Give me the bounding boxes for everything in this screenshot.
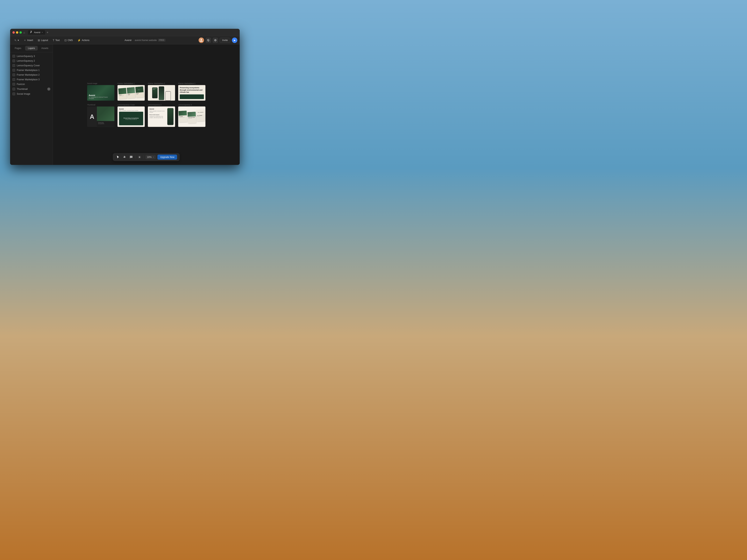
layer-icon [12, 83, 15, 85]
tab-area: Avenir × + [28, 30, 49, 35]
frame-preview-mp2[interactable] [148, 85, 175, 101]
layout-button[interactable]: ⊞ Layout [36, 38, 50, 43]
phone-1 [152, 87, 158, 98]
zoom-value: 18% [147, 156, 152, 158]
mp-card-image [127, 87, 135, 94]
tab-pages[interactable]: Pages [12, 46, 24, 51]
phone-2 [159, 86, 164, 100]
frame-preview-ls2[interactable]: Avenir Highly adaptable minimalist Frame… [148, 107, 175, 127]
plus-icon: ＋ [24, 38, 26, 42]
mp-card-image [118, 88, 126, 94]
play-button[interactable]: ▶ [232, 37, 237, 43]
sidebar-item-favicon[interactable]: Favicon [10, 82, 53, 86]
ls3-card-img [178, 110, 187, 115]
insert-label: Insert [27, 39, 33, 42]
upgrade-now-button[interactable]: Upgrade Now [157, 155, 177, 160]
ls3-card-text: Our company About us [197, 114, 205, 117]
ls-sub-text: Highly adaptable minimalist Framer templ… [119, 110, 138, 111]
frame-marketplace3: Framer Marketplace 3 Preserving ecosyste… [178, 82, 205, 101]
frame-label-mp3: Framer Marketplace 3 [178, 82, 205, 84]
phone-screen-1 [152, 88, 157, 98]
actions-button[interactable]: ⚡ Actions [76, 38, 91, 43]
frame-preview-ls3[interactable]: The page Glad that is kicked in Real-wor… [178, 107, 205, 127]
toolbar-divider [135, 155, 135, 159]
select-tool-icon[interactable] [115, 155, 121, 160]
ls2-news-text: Landmark US climate law is too complex, … [149, 116, 166, 118]
sidebar-item-lemonsqueezy2[interactable]: LemonSqueezy 2 [10, 58, 53, 63]
framer-tab-icon [30, 31, 33, 34]
ls3-card-2: Real-world impact to be complex [187, 112, 196, 123]
toolbar-divider-2 [144, 155, 144, 159]
sidebar-item-lemonsqueezy-cover[interactable]: LemonSqueezy Cover [10, 63, 53, 68]
insert-button[interactable]: ＋ Insert [22, 37, 35, 43]
sun-icon[interactable] [137, 155, 142, 160]
frame-preview-social[interactable]: Avenir An adaptable & minimal Framer tem… [87, 85, 114, 101]
text-label: Text [55, 39, 60, 42]
frame-label-ls2: LemonSqueezy 2 [148, 104, 175, 106]
home-icon[interactable]: ⌂ [23, 31, 25, 34]
frame-ls3: LemonSqueezy 3 The page Glad that is kic… [178, 104, 205, 127]
sidebar-item-framer-marketplace2[interactable]: Framer Marketplace 2 [10, 73, 53, 77]
ls2-phone-screen [168, 108, 173, 125]
svg-point-0 [139, 157, 140, 158]
hand-tool-icon[interactable] [122, 155, 127, 160]
mp3-bottom-bar [180, 95, 204, 99]
ls3-card-text: Real-world impact to be complex [188, 116, 196, 119]
mp3-title: Preserving ecosystems through environmen… [180, 87, 204, 94]
title-separator: · [133, 39, 134, 42]
sidebar-item-label: Thumbnail [17, 88, 46, 90]
sidebar-item-framer-marketplace3[interactable]: Framer Marketplace 3 [10, 77, 53, 82]
avatar[interactable] [199, 37, 204, 43]
text-button[interactable]: T Text [51, 38, 62, 43]
frame-preview-mp1[interactable]: Avenir Framer Template Avenir Crafted [118, 85, 145, 101]
active-tab[interactable]: Avenir × [28, 30, 45, 35]
frame-social-image: Social Image Avenir An adaptable & minim… [87, 82, 114, 101]
bottom-toolbar: 18% Upgrade Now [113, 153, 180, 161]
ls3-card-3: Our company Our company About us [196, 110, 205, 121]
comment-tool-icon[interactable] [129, 155, 134, 160]
settings-icon-button[interactable] [213, 37, 218, 43]
mp-card-text: Report Impact [136, 92, 144, 95]
layer-icon [12, 64, 15, 67]
frame-preview-ls-cover[interactable]: Avenir Highly adaptable minimalist Frame… [118, 107, 145, 127]
sidebar-item-label: LemonSqueezy 2 [17, 59, 50, 62]
globe-icon-button[interactable] [206, 37, 211, 43]
new-tab-button[interactable]: + [46, 30, 49, 34]
cms-icon: ⊡ [65, 39, 67, 42]
tab-assets[interactable]: Assets [38, 46, 51, 51]
sidebar-item-thumbnail[interactable]: Thumbnail ! [10, 86, 53, 91]
cms-label: CMS [68, 39, 73, 42]
sidebar-item-framer-marketplace1[interactable]: Framer Marketplace 1 [10, 68, 53, 73]
zoom-control[interactable]: 18% [145, 155, 156, 159]
maximize-button[interactable] [20, 31, 22, 34]
project-name: Avenir [125, 39, 132, 42]
mp-card-image: Our c... [135, 86, 144, 93]
ls3-card-1: The page Glad that is kicked in [178, 110, 187, 122]
free-badge: FREE [158, 39, 165, 42]
canvas-area[interactable]: Social Image Avenir An adaptable & minim… [53, 44, 240, 165]
ls2-phone [167, 108, 174, 125]
sidebar: Pages Layers Assets LemonSqueezy 3 Lemon… [10, 44, 53, 165]
mp-card-3: Our c... Report Impact [135, 86, 144, 98]
sidebar-item-lemonsqueezy3[interactable]: LemonSqueezy 3 [10, 54, 53, 58]
cms-button[interactable]: ⊡ CMS [62, 38, 75, 43]
layout-label: Layout [41, 39, 48, 42]
close-button[interactable] [12, 31, 15, 34]
tab-close-button[interactable]: × [42, 31, 43, 33]
frame-preview-mp3[interactable]: Preserving ecosystems through environmen… [178, 85, 205, 101]
sidebar-tabs: Pages Layers Assets [10, 44, 53, 52]
cursor-tool-button[interactable]: ↖ ▾ [12, 38, 21, 43]
sidebar-item-label: LemonSqueezy Cover [17, 64, 50, 67]
toolbar-right: Invite ▶ [199, 37, 237, 43]
layer-icon [12, 78, 15, 81]
actions-icon: ⚡ [77, 39, 81, 42]
invite-button[interactable]: Invite [220, 38, 230, 43]
ls2-sub: Highly adaptable minimalist Framer templ… [149, 110, 166, 113]
frame-ls-cover: LemonSqueezy Cover Avenir Highly adaptab… [118, 104, 145, 127]
phone-screen-2 [159, 87, 164, 100]
frame-preview-thumbnail[interactable]: A Preserving ecosystems [87, 107, 114, 127]
minimize-button[interactable] [16, 31, 18, 34]
tab-layers[interactable]: Layers [25, 46, 38, 51]
frame-label-ls-cover: LemonSqueezy Cover [118, 104, 145, 106]
sidebar-item-social-image[interactable]: Social Image [10, 91, 53, 96]
